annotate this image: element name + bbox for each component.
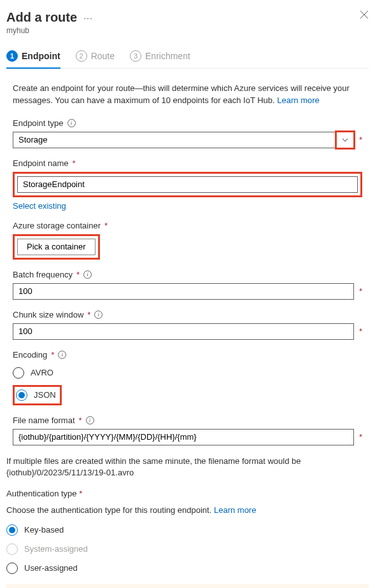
auth-user-radio[interactable]: [6, 563, 18, 574]
tab-endpoint[interactable]: 1 Endpoint: [6, 46, 60, 68]
auth-system-label: System-assigned: [24, 544, 88, 554]
required-indicator: *: [359, 432, 362, 442]
hub-name: myhub: [6, 26, 369, 35]
field-endpoint-name: Endpoint name * Select existing: [13, 158, 362, 211]
chunk-size-input[interactable]: [13, 323, 354, 340]
field-endpoint-type: Endpoint type i *: [13, 118, 362, 148]
info-icon[interactable]: i: [86, 416, 94, 424]
required-indicator: *: [76, 270, 80, 279]
info-icon[interactable]: i: [94, 311, 103, 319]
step-badge-2: 2: [76, 50, 87, 62]
auth-user-label: User-assigned: [24, 563, 78, 573]
intro-text: Create an endpoint for your route—this w…: [13, 83, 362, 107]
auth-desc-text: Choose the authentication type for this …: [6, 505, 214, 515]
auth-desc: Choose the authentication type for this …: [6, 505, 369, 517]
field-storage-container: Azure storage container * Pick a contain…: [13, 221, 362, 260]
panel-header: Add a route ···: [6, 10, 369, 25]
encoding-avro-radio[interactable]: [13, 367, 24, 379]
field-batch-frequency: Batch frequency * i *: [13, 270, 362, 300]
auth-system-option: System-assigned: [6, 542, 369, 556]
encoding-json-label: JSON: [34, 390, 56, 400]
required-indicator: *: [79, 489, 82, 498]
endpoint-name-label: Endpoint name: [13, 158, 68, 168]
required-indicator: *: [359, 326, 362, 336]
field-file-format: File name format * i *: [13, 416, 362, 445]
chunk-size-label: Chunk size window: [13, 310, 83, 319]
close-icon[interactable]: [360, 10, 369, 21]
encoding-json-radio[interactable]: [16, 389, 27, 401]
page-title: Add a route: [6, 10, 77, 25]
field-encoding: Encoding * i AVRO JSON: [13, 350, 362, 405]
step-badge-3: 3: [130, 50, 141, 62]
auth-key-label: Key-based: [24, 525, 64, 535]
required-indicator: *: [87, 310, 90, 319]
file-format-note: If multiple files are created within the…: [6, 456, 369, 479]
auth-type-label: Authentication type: [6, 489, 77, 498]
batch-frequency-input[interactable]: [13, 283, 354, 300]
encoding-json-option[interactable]: JSON: [16, 388, 56, 402]
warning-banner: ! System-assigned identity is switched o…: [6, 584, 369, 588]
required-indicator: *: [72, 158, 75, 168]
required-indicator: *: [359, 286, 362, 296]
form-body: Create an endpoint for your route—this w…: [6, 83, 369, 445]
endpoint-type-select[interactable]: [13, 132, 354, 148]
auth-type-heading: Authentication type *: [6, 489, 369, 498]
encoding-avro-option[interactable]: AVRO: [13, 366, 362, 380]
info-icon[interactable]: i: [83, 270, 92, 279]
tab-route[interactable]: 2 Route: [76, 46, 115, 68]
tab-endpoint-label: Endpoint: [22, 51, 60, 61]
required-indicator: *: [79, 416, 82, 425]
info-icon[interactable]: i: [67, 119, 76, 127]
required-indicator: *: [51, 350, 54, 360]
auth-system-radio: [6, 543, 18, 555]
auth-key-option[interactable]: Key-based: [6, 523, 369, 537]
endpoint-type-label: Endpoint type: [13, 118, 64, 128]
batch-frequency-label: Batch frequency: [13, 270, 73, 279]
file-format-label: File name format: [13, 416, 75, 425]
file-format-input[interactable]: [13, 429, 354, 445]
tab-enrichment[interactable]: 3 Enrichment: [130, 46, 190, 68]
info-icon[interactable]: i: [58, 351, 66, 359]
pick-container-button[interactable]: Pick a container: [17, 239, 96, 255]
tab-route-label: Route: [91, 51, 115, 61]
select-existing-link[interactable]: Select existing: [13, 201, 66, 211]
required-indicator: *: [104, 221, 108, 230]
field-chunk-size: Chunk size window * i *: [13, 310, 362, 340]
wizard-tabs: 1 Endpoint 2 Route 3 Enrichment: [6, 46, 369, 69]
learn-more-link[interactable]: Learn more: [277, 95, 319, 105]
step-badge-1: 1: [6, 50, 18, 62]
endpoint-name-input[interactable]: [17, 176, 358, 193]
auth-user-option[interactable]: User-assigned: [6, 561, 369, 575]
auth-radio-group: Key-based System-assigned User-assigned: [6, 523, 369, 575]
tab-enrichment-label: Enrichment: [145, 51, 190, 61]
encoding-label: Encoding: [13, 350, 47, 360]
encoding-avro-label: AVRO: [31, 368, 53, 377]
auth-learn-more-link[interactable]: Learn more: [214, 505, 256, 515]
more-icon[interactable]: ···: [83, 13, 93, 23]
storage-container-label: Azure storage container: [13, 221, 101, 230]
auth-key-radio[interactable]: [6, 524, 18, 536]
required-indicator: *: [359, 135, 362, 144]
